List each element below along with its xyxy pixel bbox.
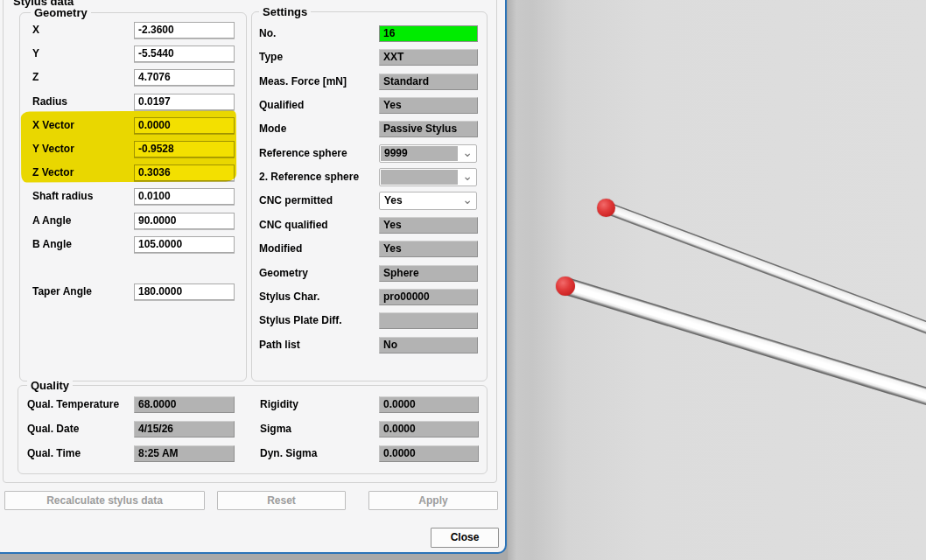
geometry-field-x-vector[interactable]: 0.0000	[134, 117, 235, 134]
geometry-field-x[interactable]: -2.3600	[134, 22, 235, 38]
settings-field-modified: Yes	[379, 241, 478, 257]
settings-label-stylus-char: Stylus Char.	[259, 289, 319, 304]
settings-combo-value-2-reference-sphere	[381, 170, 458, 185]
settings-combo-reference-sphere[interactable]: 9999⌄	[379, 144, 477, 163]
settings-label-path-list: Path list	[259, 337, 300, 353]
settings-group-label: Settings	[259, 5, 311, 18]
close-button[interactable]: Close	[431, 528, 499, 548]
geometry-group-label: Geometry	[31, 6, 91, 19]
quality-label-rigidity: Rigidity	[260, 396, 298, 412]
geometry-field-b-angle[interactable]: 105.0000	[134, 236, 235, 253]
geometry-field-y[interactable]: -5.5440	[134, 46, 235, 62]
geometry-field-shaft-radius[interactable]: 0.0100	[134, 188, 235, 205]
geometry-groupbox: Geometry X-2.3600Y-5.5440Z4.7076Radius0.…	[19, 12, 247, 382]
apply-button[interactable]: Apply	[368, 491, 498, 510]
quality-field-qual-date: 4/15/26	[134, 421, 235, 438]
quality-label-qual-date: Qual. Date	[27, 421, 79, 437]
geometry-label-b-angle: B Angle	[32, 236, 72, 252]
settings-field-cnc-qualified: Yes	[379, 217, 478, 234]
geometry-label-z: Z	[32, 69, 39, 85]
settings-field-geometry: Sphere	[379, 265, 478, 282]
chevron-down-icon[interactable]: ⌄	[462, 192, 473, 208]
quality-label-qual-temperature: Qual. Temperature	[27, 396, 119, 412]
geometry-label-a-angle: A Angle	[32, 213, 71, 228]
settings-label-type: Type	[259, 49, 283, 65]
settings-label-modified: Modified	[259, 241, 302, 256]
chevron-down-icon[interactable]: ⌄	[462, 168, 473, 185]
settings-field-type: XXT	[379, 49, 478, 66]
settings-combo-cnc-permitted[interactable]: Yes⌄	[379, 192, 477, 210]
stylus-shaft-lower	[564, 277, 926, 409]
chevron-down-icon[interactable]: ⌄	[462, 144, 473, 161]
reset-button[interactable]: Reset	[217, 491, 346, 510]
geometry-field-z[interactable]: 4.7076	[134, 69, 235, 86]
settings-label-geometry: Geometry	[259, 265, 308, 281]
geometry-label-z-vector: Z Vector	[32, 164, 74, 180]
settings-groupbox: Settings No.16TypeXXTMeas. Force [mN]Sta…	[251, 11, 488, 382]
geometry-label-y: Y	[32, 46, 39, 61]
quality-field-rigidity: 0.0000	[379, 396, 479, 413]
geometry-field-z-vector[interactable]: 0.3036	[134, 164, 235, 181]
settings-label-no: No.	[259, 25, 276, 41]
stylus-tip-sphere-upper	[597, 199, 615, 217]
settings-label-reference-sphere: Reference sphere	[259, 145, 347, 161]
settings-field-no[interactable]: 16	[379, 25, 478, 42]
geometry-label-x: X	[32, 22, 39, 38]
settings-label-meas-force-mn: Meas. Force [mN]	[259, 74, 347, 89]
settings-label-cnc-qualified: CNC qualified	[259, 217, 328, 233]
settings-label-cnc-permitted: CNC permitted	[259, 192, 333, 208]
geometry-label-shaft-radius: Shaft radius	[32, 188, 93, 204]
settings-label-mode: Mode	[259, 121, 286, 136]
recalculate-stylus-data-button[interactable]: Recalculate stylus data	[4, 491, 205, 510]
geometry-label-x-vector: X Vector	[32, 117, 74, 133]
settings-field-stylus-char: pro00000	[379, 289, 478, 305]
quality-label-sigma: Sigma	[260, 421, 291, 437]
settings-field-path-list: No	[379, 337, 478, 354]
settings-field-meas-force-mn: Standard	[379, 74, 478, 90]
settings-label-2-reference-sphere: 2. Reference sphere	[259, 169, 359, 185]
settings-field-stylus-plate-diff	[379, 312, 478, 329]
quality-label-qual-time: Qual. Time	[27, 445, 81, 461]
settings-combo-value-cnc-permitted: Yes	[381, 193, 458, 208]
settings-label-qualified: Qualified	[259, 97, 304, 113]
geometry-label-y-vector: Y Vector	[32, 141, 74, 157]
settings-field-qualified: Yes	[379, 97, 478, 114]
settings-field-mode: Passive Stylus	[379, 121, 478, 137]
quality-field-qual-temperature: 68.0000	[134, 396, 235, 413]
geometry-label-radius: Radius	[32, 94, 67, 109]
stylus-3d-view[interactable]	[508, 0, 926, 560]
quality-field-dyn-sigma: 0.0000	[379, 445, 479, 462]
quality-group-label: Quality	[27, 379, 73, 392]
geometry-label-taper-angle: Taper Angle	[32, 284, 92, 299]
settings-combo-2-reference-sphere[interactable]: ⌄	[379, 168, 477, 186]
geometry-field-a-angle[interactable]: 90.0000	[134, 213, 235, 229]
quality-field-sigma: 0.0000	[379, 421, 479, 438]
screen: Stylus data Geometry X-2.3600Y-5.5440Z4.…	[0, 0, 926, 560]
geometry-field-y-vector[interactable]: -0.9528	[134, 141, 235, 158]
settings-combo-value-reference-sphere: 9999	[381, 146, 458, 161]
quality-groupbox: Quality Qual. Temperature68.0000Qual. Da…	[18, 385, 488, 474]
stylus-tip-sphere-lower	[556, 276, 575, 296]
geometry-field-taper-angle[interactable]: 180.0000	[134, 284, 235, 300]
geometry-field-radius[interactable]: 0.0197	[134, 94, 235, 110]
settings-label-stylus-plate-diff: Stylus Plate Diff.	[259, 312, 342, 328]
quality-label-dyn-sigma: Dyn. Sigma	[260, 445, 317, 461]
quality-field-qual-time: 8:25 AM	[134, 445, 235, 462]
